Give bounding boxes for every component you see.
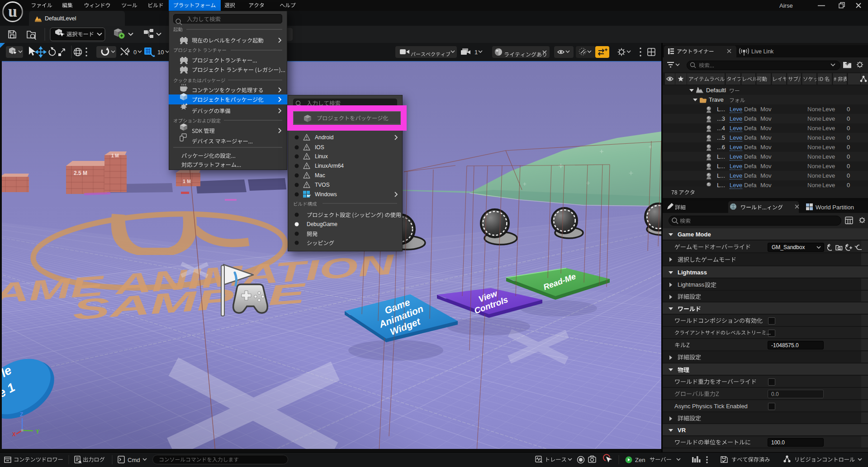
svg-text:u: u: [8, 2, 17, 20]
svg-text:Z: Z: [20, 411, 23, 418]
svg-text:0: 0: [133, 49, 137, 56]
svg-text:X: X: [12, 431, 16, 438]
svg-text:1 M: 1 M: [111, 153, 119, 158]
svg-text:Y: Y: [36, 429, 39, 435]
svg-text:1: 1: [474, 49, 478, 56]
svg-text:1 M: 1 M: [183, 179, 191, 184]
svg-text:10: 10: [157, 49, 164, 56]
svg-text:2.5 M: 2.5 M: [74, 170, 87, 176]
